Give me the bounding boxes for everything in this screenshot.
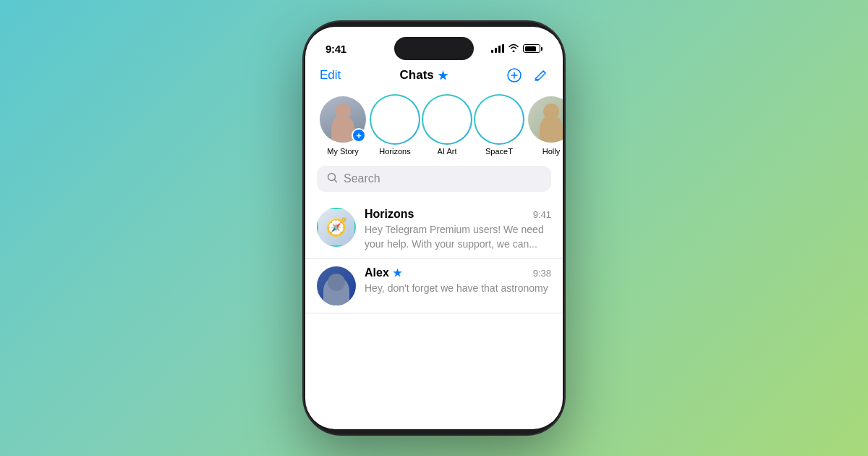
chat-content-horizons: Horizons 9:41 Hey Telegram Premium users… (365, 208, 551, 251)
story-label-spacet: SpaceT (485, 147, 513, 156)
search-placeholder: Search (344, 172, 380, 185)
story-label-my-story: My Story (327, 147, 358, 156)
story-item-ai-art[interactable]: 🦜 AI Art (421, 96, 473, 156)
chat-header-alex: Alex ★ 9:38 (365, 266, 551, 279)
edit-button[interactable]: Edit (320, 68, 341, 83)
add-contact-icon[interactable] (506, 67, 522, 83)
story-label-horizons: Horizons (379, 147, 410, 156)
chat-item-horizons[interactable]: 🧭 Horizons 9:41 Hey Telegram Premium use… (305, 200, 563, 259)
story-avatar-horizons: 🧭 (372, 96, 418, 143)
add-story-badge: + (352, 128, 366, 143)
compose-icon[interactable] (532, 67, 548, 83)
alex-star-icon: ★ (393, 267, 402, 279)
chat-avatar-alex (317, 266, 356, 305)
status-time: 9:41 (326, 43, 346, 55)
chat-preview-horizons: Hey Telegram Premium users! We need your… (365, 223, 551, 251)
story-avatar-ai-art: 🦜 (424, 96, 470, 143)
story-ring-spacet (474, 94, 524, 145)
battery-icon (523, 44, 542, 53)
chats-title-text: Chats (400, 68, 434, 83)
chat-preview-alex: Hey, don't forget we have that astronomy (365, 282, 551, 296)
chat-header-horizons: Horizons 9:41 (365, 208, 551, 221)
search-bar[interactable]: Search (317, 166, 551, 192)
phone-screen: 9:41 (305, 27, 563, 429)
story-item-spacet[interactable]: 🚀 SpaceT (473, 96, 525, 156)
story-label-ai-art: AI Art (438, 147, 457, 156)
search-icon (327, 172, 338, 185)
story-label-holly: Holly (542, 147, 560, 156)
story-item-my-story[interactable]: + My Story (317, 96, 369, 156)
story-ring-ai-art (422, 94, 472, 145)
story-avatar-my-story: + (320, 96, 366, 143)
chat-list: 🧭 Horizons 9:41 Hey Telegram Premium use… (305, 200, 563, 429)
wifi-icon (508, 43, 519, 54)
chat-item-alex[interactable]: Alex ★ 9:38 Hey, don't forget we have th… (305, 259, 563, 313)
nav-bar: Edit Chats ★ (305, 64, 563, 90)
horizons-chat-avatar: 🧭 (317, 208, 356, 247)
chat-time-alex: 9:38 (533, 268, 551, 279)
holly-avatar (528, 96, 563, 143)
chat-avatar-horizons: 🧭 (317, 208, 356, 247)
status-icons (491, 43, 542, 54)
alex-chat-avatar (317, 266, 356, 305)
story-avatar-holly (528, 96, 563, 143)
chats-star-icon: ★ (438, 69, 448, 83)
chat-time-horizons: 9:41 (533, 209, 551, 220)
dynamic-island (394, 37, 474, 60)
chat-content-alex: Alex ★ 9:38 Hey, don't forget we have th… (365, 266, 551, 296)
chat-name-horizons: Horizons (365, 208, 414, 221)
signal-bars-icon (491, 44, 504, 53)
phone-wrapper: 9:41 (297, 18, 571, 438)
nav-title: Chats ★ (400, 68, 448, 83)
story-avatar-spacet: 🚀 (476, 96, 522, 143)
story-item-holly[interactable]: Holly (525, 96, 563, 156)
story-item-horizons[interactable]: 🧭 Horizons (369, 96, 421, 156)
nav-actions (506, 67, 548, 83)
chat-name-alex: Alex ★ (365, 266, 402, 279)
story-ring-horizons (370, 94, 420, 145)
stories-row[interactable]: + My Story 🧭 Horizons 🦜 AI Art (305, 90, 563, 166)
